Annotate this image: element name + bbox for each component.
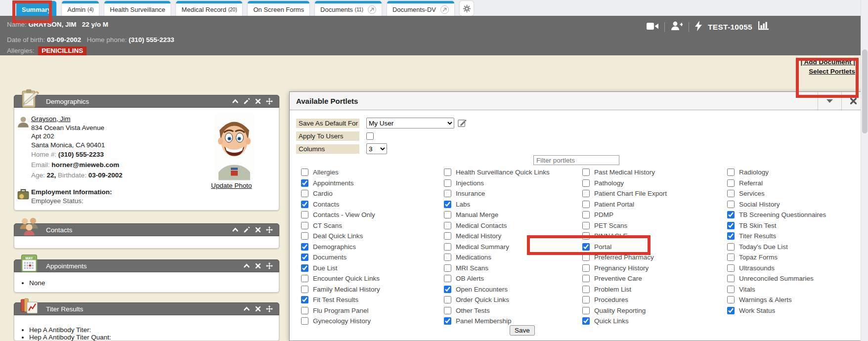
move-icon[interactable] xyxy=(266,305,273,312)
tab-on-screen-forms[interactable]: On Screen Forms xyxy=(248,1,309,16)
portlet-option-allergies[interactable]: Allergies xyxy=(301,167,435,178)
portlet-option-checkbox[interactable] xyxy=(301,179,308,187)
portlet-option-encounter-quick-links[interactable]: Encounter Quick Links xyxy=(301,273,435,284)
portlet-option-fit-test-results[interactable]: Fit Test Results xyxy=(301,295,435,305)
portlet-option-order-quick-links[interactable]: Order Quick Links xyxy=(444,295,578,305)
patient-name-link[interactable]: Grayson, Jim xyxy=(31,115,71,123)
portlet-option-other-tests[interactable]: Other Tests xyxy=(444,305,578,316)
portlet-option-ultrasounds[interactable]: Ultrasounds xyxy=(727,263,862,274)
portlet-option-checkbox[interactable] xyxy=(727,190,735,197)
portlet-option-insurance[interactable]: Insurance xyxy=(444,188,578,199)
portlet-option-checkbox[interactable] xyxy=(301,264,308,272)
portlet-option-checkbox[interactable] xyxy=(444,179,451,187)
portlet-option-quality-reporting[interactable]: Quality Reporting xyxy=(582,305,717,316)
tab-documents[interactable]: Documents(11) xyxy=(315,1,382,16)
portlet-appointments-header[interactable]: MAY Appointments xyxy=(14,259,279,272)
portlet-option-checkbox[interactable] xyxy=(444,243,451,251)
portlet-option-pregnancy-history[interactable]: Pregnancy History xyxy=(582,263,717,274)
portlet-option-checkbox[interactable] xyxy=(301,190,308,197)
portlet-option-family-medical-history[interactable]: Family Medical History xyxy=(301,284,435,295)
add-person-icon[interactable] xyxy=(671,21,683,33)
close-icon[interactable] xyxy=(255,262,261,269)
portlet-option-checkbox[interactable] xyxy=(582,211,590,218)
portlet-option-deal-quick-links[interactable]: Deal Quick Links xyxy=(301,231,435,242)
portlet-option-radiology[interactable]: Radiology xyxy=(727,167,862,178)
portlet-option-gynecology-history[interactable]: Gynecology History xyxy=(301,316,435,327)
portlet-option-cardio[interactable]: Cardio xyxy=(301,188,435,199)
portlet-option-checkbox[interactable] xyxy=(727,307,735,314)
portlet-option-checkbox[interactable] xyxy=(301,286,308,293)
portlet-option-checkbox[interactable] xyxy=(582,201,590,208)
portlet-option-checkbox[interactable] xyxy=(727,264,735,272)
scrollbar-thumb[interactable] xyxy=(862,49,868,133)
quick-actions-bolt-icon[interactable] xyxy=(695,21,702,33)
portlet-option-checkbox[interactable] xyxy=(301,307,308,314)
collapse-icon[interactable] xyxy=(232,98,239,105)
close-icon[interactable] xyxy=(255,305,261,312)
portlet-option-social-history[interactable]: Social History xyxy=(727,199,862,210)
portlet-option-checkbox[interactable] xyxy=(582,286,590,293)
tab-admin[interactable]: Admin(4) xyxy=(62,1,99,16)
tab-documents-dv[interactable]: Documents-DV xyxy=(387,1,454,16)
portlet-option-medical-contacts[interactable]: Medical Contacts xyxy=(444,220,578,231)
portlet-demographics-header[interactable]: Demographics xyxy=(14,95,279,108)
collapse-icon[interactable] xyxy=(243,305,250,312)
portlet-option-checkbox[interactable] xyxy=(727,286,735,293)
portlet-option-problem-list[interactable]: Problem List xyxy=(582,284,717,295)
portlet-option-checkbox[interactable] xyxy=(582,169,590,176)
portlet-option-pinnacle[interactable]: PINNACLE xyxy=(582,231,717,242)
portlet-option-checkbox[interactable] xyxy=(582,317,590,325)
portlet-option-checkbox[interactable] xyxy=(582,232,590,240)
portlet-option-appointments[interactable]: Appointments xyxy=(301,178,435,189)
close-icon[interactable] xyxy=(255,98,261,105)
portlet-option-checkbox[interactable] xyxy=(301,169,308,176)
portlet-option-services[interactable]: Services xyxy=(727,188,862,199)
portlet-option-portal[interactable]: Portal xyxy=(582,242,717,253)
portlet-option-unreconciled-summaries[interactable]: Unreconciled Summaries xyxy=(727,273,862,284)
portlet-option-checkbox[interactable] xyxy=(582,243,590,251)
portlet-option-warnings-alerts[interactable]: Warnings & Alerts xyxy=(727,295,862,305)
portlet-option-checkbox[interactable] xyxy=(444,190,451,197)
portlet-option-ob-alerts[interactable]: OB Alerts xyxy=(444,273,578,284)
portlet-option-contacts-view-only[interactable]: Contacts - View Only xyxy=(301,210,435,220)
portlet-option-pet-scans[interactable]: PET Scans xyxy=(582,220,717,231)
portlet-option-checkbox[interactable] xyxy=(727,201,735,208)
portlet-option-checkbox[interactable] xyxy=(301,296,308,303)
collapse-icon[interactable] xyxy=(232,226,239,233)
portlet-option-pathology[interactable]: Pathology xyxy=(582,178,717,189)
portlet-option-past-medical-history[interactable]: Past Medical History xyxy=(582,167,717,178)
portlet-option-medical-history[interactable]: Medical History xyxy=(444,231,578,242)
portlet-option-tb-skin-test[interactable]: TB Skin Test xyxy=(727,220,862,231)
portlet-option-checkbox[interactable] xyxy=(301,201,308,208)
dialog-title-bar[interactable]: Available Portlets xyxy=(290,92,865,110)
portlet-option-checkbox[interactable] xyxy=(444,286,451,293)
portlet-option-mri-scans[interactable]: MRI Scans xyxy=(444,263,578,274)
portlet-option-checkbox[interactable] xyxy=(301,222,308,229)
portlet-option-tb-screening-questionnaires[interactable]: TB Screening Questionnaires xyxy=(727,210,862,220)
select-portlets-link[interactable]: Select Portlets xyxy=(800,67,855,76)
portlet-option-preferred-pharmacy[interactable]: Preferred Pharmacy xyxy=(582,252,717,263)
portlet-option-today-s-due-list[interactable]: Today's Due List xyxy=(727,242,862,253)
portlet-option-checkbox[interactable] xyxy=(727,211,735,218)
portlet-option-checkbox[interactable] xyxy=(582,264,590,272)
portlet-contacts-header[interactable]: Contacts xyxy=(14,223,279,236)
portlet-option-checkbox[interactable] xyxy=(444,317,451,325)
portlet-option-medications[interactable]: Medications xyxy=(444,252,578,263)
popout-icon[interactable] xyxy=(440,5,449,14)
portlet-option-checkbox[interactable] xyxy=(444,264,451,272)
collapse-icon[interactable] xyxy=(243,262,250,269)
portlet-option-checkbox[interactable] xyxy=(727,243,735,251)
portlet-option-manual-merge[interactable]: Manual Merge xyxy=(444,210,578,220)
move-icon[interactable] xyxy=(266,262,273,269)
portlet-option-checkbox[interactable] xyxy=(444,275,451,282)
apply-to-users-checkbox[interactable] xyxy=(366,132,374,140)
portlet-option-checkbox[interactable] xyxy=(582,307,590,314)
portlet-option-checkbox[interactable] xyxy=(444,232,451,240)
portlet-option-checkbox[interactable] xyxy=(727,222,735,229)
save-as-default-select[interactable]: My User xyxy=(366,118,454,128)
portlet-option-documents[interactable]: Documents xyxy=(301,252,435,263)
portlet-option-checkbox[interactable] xyxy=(582,179,590,187)
portlet-option-checkbox[interactable] xyxy=(582,190,590,197)
dialog-collapse-button[interactable] xyxy=(818,92,841,110)
portlet-option-checkbox[interactable] xyxy=(444,169,451,176)
